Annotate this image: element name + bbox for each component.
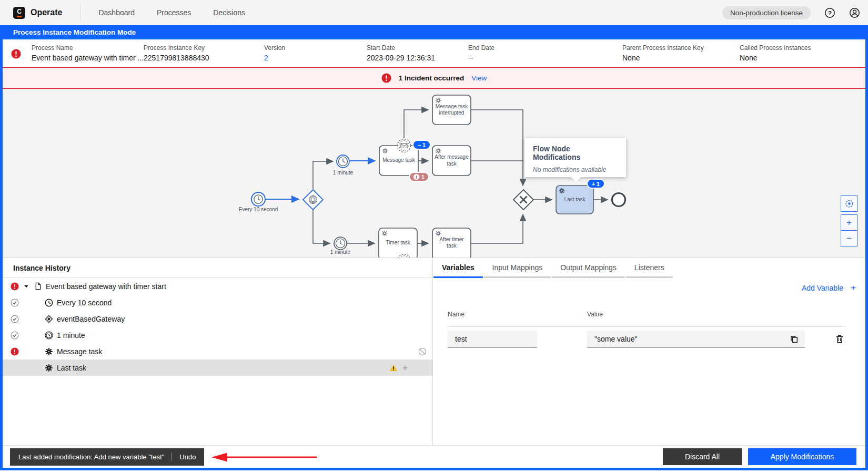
add-flow-node-icon[interactable] <box>401 364 409 372</box>
help-icon[interactable] <box>824 7 835 18</box>
toast-divider <box>171 453 172 461</box>
nav-processes[interactable]: Processes <box>157 8 191 17</box>
meta-end-date: End Date -- <box>468 44 494 62</box>
processed-flows <box>265 161 375 199</box>
meta-process-instance-key: Process Instance Key 2251799813888430 <box>144 44 209 62</box>
instance-history-title: Instance History <box>3 258 432 278</box>
incident-state-icon <box>11 49 21 59</box>
bpmn-task-timer[interactable] <box>379 228 417 258</box>
table-header-rule <box>448 326 845 327</box>
history-row-1-minute[interactable]: 1 minute <box>3 327 432 343</box>
column-header-value: Value <box>587 311 603 318</box>
incident-badge-icon: ! <box>413 174 419 180</box>
empty-state-icon <box>11 364 19 372</box>
gateway-icon <box>45 315 53 323</box>
popup-subtitle: No modifications available <box>533 166 618 173</box>
tab-output-mappings[interactable]: Output Mappings <box>552 258 625 278</box>
plus-icon: + <box>851 283 856 292</box>
discard-all-button[interactable]: Discard All <box>663 448 742 465</box>
instance-meta-row: Process Name Event based gateway with ti… <box>3 39 865 67</box>
bpmn-task-after-timer[interactable] <box>432 228 471 258</box>
app-header: C Operate Dashboard Processes Decisions … <box>0 0 868 25</box>
process-icon <box>34 282 42 290</box>
meta-called-instances: Called Process Instances None <box>740 44 811 62</box>
service-task-icon <box>45 364 53 372</box>
timer-intermediate-icon <box>45 331 53 340</box>
cancel-count-badge: − 1 <box>412 140 431 150</box>
history-row-last-task[interactable]: Last task <box>3 359 432 376</box>
history-row-message-task[interactable]: Message task <box>3 343 432 359</box>
bpmn-boundary-message-event[interactable] <box>398 139 411 152</box>
nav-dashboard[interactable]: Dashboard <box>98 8 135 17</box>
tab-input-mappings[interactable]: Input Mappings <box>484 258 551 278</box>
service-task-icon <box>45 347 53 356</box>
variable-name-input[interactable] <box>448 331 537 348</box>
history-row-process-root[interactable]: Event based gateway with timer start <box>3 278 432 294</box>
incident-view-link[interactable]: View <box>471 74 487 82</box>
nav-decisions[interactable]: Decisions <box>213 8 245 17</box>
delete-variable-icon[interactable] <box>835 334 844 344</box>
history-row-event-based-gateway[interactable]: eventBasedGateway <box>3 311 432 327</box>
bpmn-event-based-gateway[interactable] <box>303 190 323 210</box>
completed-state-icon <box>11 315 19 323</box>
camunda-logo[interactable]: C <box>13 7 25 19</box>
bpmn-task-after-message[interactable] <box>432 146 471 176</box>
timer-start-icon <box>45 299 53 307</box>
meta-start-date: Start Date 2023-09-29 12:36:31 <box>367 44 435 62</box>
meta-version: Version 2 <box>264 44 285 62</box>
popup-title: Flow Node Modifications <box>533 145 618 161</box>
apply-modifications-button[interactable]: Apply Modifications <box>748 448 856 465</box>
add-variable-button[interactable]: Add Variable + <box>802 283 856 292</box>
bpmn-diagram-panel: Every 10 second 1 minute 1 minute Messag… <box>3 89 865 258</box>
bpmn-timer-event-bottom[interactable] <box>334 237 347 250</box>
modification-frame: Process Instance Modification Mode Proce… <box>0 25 868 470</box>
toast-message: Last added modification: Add new variabl… <box>18 453 164 461</box>
header-divider <box>80 5 80 20</box>
history-row-every-10-second[interactable]: Every 10 second <box>3 294 432 311</box>
bpmn-end-event[interactable] <box>612 193 625 207</box>
variables-panel: Variables Input Mappings Output Mappings… <box>433 258 865 445</box>
diagram-reset-view-button[interactable] <box>841 196 857 212</box>
bpmn-start-timer-event[interactable] <box>251 192 265 206</box>
bpmn-exclusive-gateway[interactable] <box>513 190 533 210</box>
incident-count-badge: ! 1 <box>409 172 429 182</box>
main-nav: Dashboard Processes Decisions <box>98 8 245 17</box>
annotation-arrow <box>211 451 319 464</box>
diagram-zoom-in-button[interactable]: + <box>841 214 857 231</box>
bpmn-task-message[interactable] <box>379 146 418 176</box>
bpmn-task-last-selected[interactable] <box>556 186 593 214</box>
chevron-down-icon[interactable] <box>23 283 29 290</box>
version-link[interactable]: 2 <box>264 54 285 62</box>
incident-state-icon <box>11 282 19 291</box>
copy-variable-icon[interactable] <box>790 335 799 344</box>
warning-icon <box>389 364 398 372</box>
instance-history-panel: Instance History Event based gateway wit… <box>3 258 433 445</box>
incident-banner: 1 Incident occurred View <box>3 67 865 89</box>
license-badge: Non-production license <box>722 6 811 19</box>
modification-mode-banner: Process Instance Modification Mode <box>3 25 865 39</box>
meta-process-name: Process Name Event based gateway with ti… <box>32 44 144 62</box>
completed-state-icon <box>11 331 19 340</box>
incident-state-icon <box>11 347 19 356</box>
panel-tabs: Variables Input Mappings Output Mappings… <box>433 258 865 278</box>
completed-state-icon <box>11 299 19 307</box>
column-header-name: Name <box>448 311 465 318</box>
flow-node-modifications-popup: Flow Node Modifications No modifications… <box>524 138 626 177</box>
undo-button[interactable]: Undo <box>179 453 196 461</box>
target-icon <box>844 199 854 209</box>
app-title: Operate <box>31 8 62 17</box>
add-count-badge: + 1 <box>587 179 605 189</box>
tab-listeners[interactable]: Listeners <box>626 258 673 278</box>
bpmn-canvas[interactable] <box>3 89 865 258</box>
diagram-zoom-out-button[interactable]: − <box>841 230 857 246</box>
last-modification-toast: Last added modification: Add new variabl… <box>10 448 204 466</box>
tab-variables[interactable]: Variables <box>433 258 483 278</box>
meta-parent-key: Parent Process Instance Key None <box>622 44 704 62</box>
user-icon[interactable] <box>849 7 860 18</box>
bpmn-task-message-interrupted[interactable] <box>432 95 471 125</box>
logo-orange-bar <box>17 16 22 17</box>
cancel-flow-node-icon[interactable] <box>418 347 427 356</box>
variable-value-input[interactable] <box>587 331 805 348</box>
modification-footer: Last added modification: Add new variabl… <box>3 445 865 468</box>
bpmn-timer-event-top[interactable] <box>337 155 349 168</box>
